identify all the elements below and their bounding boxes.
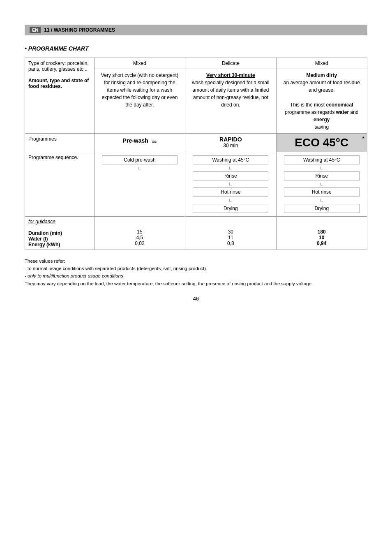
programmes-row: Programmes Pre-wash ⎂ RAPIDO 30 min * EC… bbox=[25, 134, 367, 152]
seq-box-washing-45-1: Washing at 45°C bbox=[193, 155, 268, 164]
col3-energy: 0,94 bbox=[317, 240, 326, 246]
seq-box-hot-rinse-1: Hot rinse bbox=[193, 187, 268, 197]
desc-col3: Medium dirty an average amount of food r… bbox=[276, 69, 367, 134]
sequence-col2: Washing at 45°C ∟ Rinse ∟ Hot rinse ∟ Dr… bbox=[185, 152, 276, 217]
col2-water: 11 bbox=[228, 235, 233, 240]
col1-energy: 0,02 bbox=[135, 240, 144, 246]
duration-labels-cell: for guidance Duration (min) Water (l) En… bbox=[25, 216, 95, 250]
eco-cell: * ECO 45°C bbox=[276, 134, 367, 152]
amount-label: Amount, type and state of food residues. bbox=[28, 78, 89, 89]
sequence-col1: Cold pre-wash ∟ bbox=[94, 152, 185, 217]
col3-values: 180 10 0,94 bbox=[276, 216, 367, 250]
chapter-title: 11 / WASHING PROGRAMMES bbox=[44, 27, 115, 33]
energy-label: Energy (kWh) bbox=[28, 242, 60, 247]
seq-box-hot-rinse-2: Hot rinse bbox=[284, 187, 360, 197]
crockery-label: Type of crockery: porcelain, pans, cutle… bbox=[28, 60, 89, 72]
footer-line4: They may vary depending on the load, the… bbox=[25, 280, 367, 287]
page-number: 46 bbox=[25, 296, 367, 302]
programme-table: Type of crockery: porcelain, pans, cutle… bbox=[25, 58, 367, 250]
duration-row: for guidance Duration (min) Water (l) En… bbox=[25, 216, 367, 250]
col2-duration: 30 bbox=[228, 229, 233, 235]
desc-col2: Very short 30-minute wash specially desi… bbox=[185, 69, 276, 134]
col2-energy: 0,8 bbox=[227, 240, 234, 246]
section-title: • PROGRAMME CHART bbox=[25, 45, 367, 52]
seq-box-drying-2: Drying bbox=[284, 204, 360, 213]
col1-values: 15 4,5 0,02 bbox=[94, 216, 185, 250]
col-header-mixed2: Mixed bbox=[276, 58, 367, 69]
col-header-delicate: Delicate bbox=[185, 58, 276, 69]
col1-duration: 15 bbox=[137, 229, 142, 235]
footer-line3: - only to multifunction product usage co… bbox=[25, 272, 367, 280]
col2-values: 30 11 0,8 bbox=[185, 216, 276, 250]
footer-line2: - to normal usage conditions with separa… bbox=[25, 265, 367, 272]
duration-label: Duration (min) bbox=[28, 230, 62, 236]
seq-box-rinse-2: Rinse bbox=[284, 171, 360, 180]
footer-line1: These values refer: bbox=[25, 257, 367, 265]
seq-box-drying-1: Drying bbox=[193, 204, 268, 213]
sequence-col3: Washing at 45°C ∟ Rinse ∟ Hot rinse ∟ Dr… bbox=[276, 152, 367, 217]
header-row: Type of crockery: porcelain, pans, cutle… bbox=[25, 58, 367, 69]
col1-water: 4,5 bbox=[136, 235, 143, 240]
seq-box-cold-prewash: Cold pre-wash bbox=[102, 155, 178, 164]
seq-group-2: Washing at 45°C ∟ Rinse ∟ Hot rinse ∟ Dr… bbox=[189, 155, 272, 214]
programmes-label-cell: Programmes bbox=[25, 134, 95, 152]
for-guidance-label: for guidance bbox=[28, 219, 55, 224]
rapido-cell: RAPIDO 30 min bbox=[185, 134, 276, 152]
col3-duration: 180 bbox=[318, 229, 326, 235]
prewash-cell: Pre-wash ⎂ bbox=[94, 134, 185, 152]
sequence-label-cell: Programme sequence. bbox=[25, 152, 95, 217]
seq-box-rinse-1: Rinse bbox=[193, 171, 268, 180]
lang-badge: EN bbox=[30, 27, 41, 33]
header-bar: EN 11 / WASHING PROGRAMMES bbox=[25, 25, 367, 35]
star-symbol: * bbox=[362, 135, 364, 142]
seq-box-washing-45-2: Washing at 45°C bbox=[284, 155, 360, 164]
water-label: Water (l) bbox=[28, 236, 48, 242]
col3-water: 10 bbox=[319, 235, 324, 240]
sequence-row: Programme sequence. Cold pre-wash ∟ Wash… bbox=[25, 152, 367, 217]
col-header-mixed1: Mixed bbox=[94, 58, 185, 69]
desc-col1: Very short cycle (with no detergent) for… bbox=[94, 69, 185, 134]
seq-group-1: Cold pre-wash ∟ bbox=[98, 155, 182, 171]
crockery-label-cell: Type of crockery: porcelain, pans, cutle… bbox=[25, 58, 95, 134]
seq-group-3: Washing at 45°C ∟ Rinse ∟ Hot rinse ∟ Dr… bbox=[280, 155, 364, 214]
footer-text: These values refer: - to normal usage co… bbox=[25, 257, 367, 288]
